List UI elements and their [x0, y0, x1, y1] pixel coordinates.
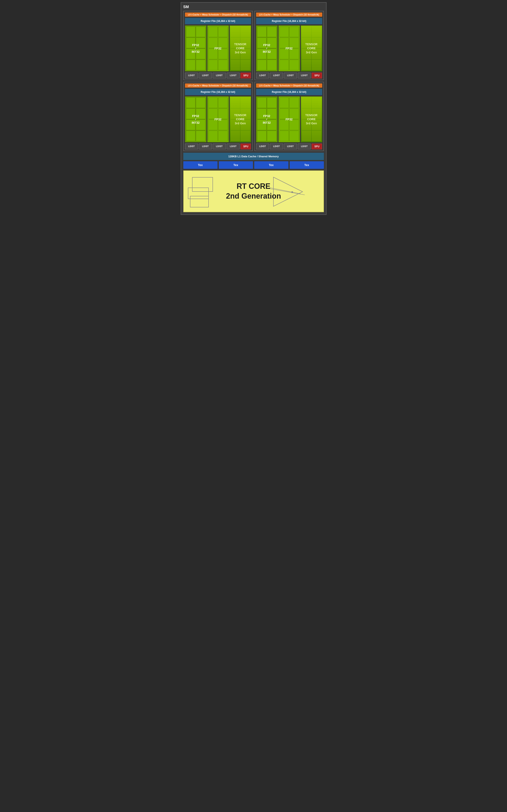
register-file-4: Register File (16,384 x 32-bit)	[256, 89, 322, 95]
sfu-4: SFU	[312, 144, 322, 149]
fp32-cell	[208, 26, 218, 37]
tensor-grid-overlay	[230, 26, 251, 71]
quadrants-grid: L0 i-Cache + Warp Scheduler + Dispatch (…	[183, 11, 324, 151]
fp32-cell	[289, 60, 299, 70]
fp32-cell	[289, 38, 299, 48]
tensor-core-4: TENSORCORE3rd Gen	[301, 96, 322, 142]
fp32-block-4: FP32	[278, 96, 300, 142]
register-file-3: Register File (16,384 x 32-bit)	[185, 89, 251, 95]
bottom-units-4: LD/ST LD/ST LD/ST LD/ST SFU	[256, 144, 322, 149]
tex-unit-4: Tex	[290, 161, 324, 169]
tensor-grid-overlay-3	[230, 97, 251, 142]
fp32-cell	[208, 38, 218, 48]
fp32-cell	[267, 130, 277, 141]
fp32-cell	[208, 108, 218, 119]
quadrant-3: L0 i-Cache + Warp Scheduler + Dispatch (…	[183, 82, 253, 151]
fp32-cell	[267, 97, 277, 108]
l0-cache-bar-4: L0 i-Cache + Warp Scheduler + Dispatch (…	[256, 84, 322, 88]
fp32-cell	[289, 108, 299, 119]
l1-cache-bar: 128KB L1 Data Cache / Shared Memory	[183, 153, 324, 160]
fp32-cell	[267, 49, 277, 59]
bottom-units-2: LD/ST LD/ST LD/ST LD/ST SFU	[256, 72, 322, 78]
ldst-6: LD/ST	[270, 72, 283, 78]
ldst-7: LD/ST	[284, 72, 297, 78]
fp32-cell	[289, 97, 299, 108]
sm-container: SM L0 i-Cache + Warp Scheduler + Dispatc…	[181, 2, 327, 215]
fp32-int32-block-4: FP32/INT32	[256, 96, 278, 142]
ldst-14: LD/ST	[270, 144, 283, 149]
l0-cache-bar-3: L0 i-Cache + Warp Scheduler + Dispatch (…	[185, 84, 251, 88]
tensor-grid-overlay-2	[301, 26, 322, 71]
compute-area-3: FP32/INT32 FP32	[185, 96, 251, 142]
fp32-cell	[196, 38, 206, 48]
ldst-3: LD/ST	[213, 72, 226, 78]
fp32-block-2: FP32	[278, 25, 300, 71]
sfu-2: SFU	[312, 72, 322, 78]
fp32-cell	[279, 108, 289, 119]
fp32-cell	[196, 60, 206, 70]
fp32-cell	[196, 108, 206, 119]
fp32-int32-block-3: FP32/INT32	[185, 96, 207, 142]
sfu-1: SFU	[240, 72, 251, 78]
fp32-cell	[257, 97, 267, 108]
tex-row: Tex Tex Tex Tex	[183, 161, 324, 169]
fp32-block-3: FP32	[207, 96, 229, 142]
compute-area-1: FP32/INT32 FP32	[185, 25, 251, 71]
l0-cache-bar-1: L0 i-Cache + Warp Scheduler + Dispatch (…	[185, 12, 251, 17]
fp32-cell	[186, 26, 195, 37]
fp32-cell	[218, 97, 228, 108]
ldst-2: LD/ST	[199, 72, 212, 78]
compute-area-4: FP32/INT32 FP32	[256, 96, 322, 142]
bottom-units-3: LD/ST LD/ST LD/ST LD/ST SFU	[185, 144, 251, 149]
fp32-cell	[218, 60, 228, 70]
tensor-core-1: TENSORCORE3rd Gen	[230, 25, 251, 71]
sfu-3: SFU	[240, 144, 251, 149]
fp32-cell	[279, 130, 289, 141]
fp32-cell	[279, 119, 289, 130]
fp32-cell	[257, 130, 267, 141]
fp32-cell	[208, 49, 218, 59]
fp32-cell	[186, 130, 195, 141]
register-file-2: Register File (16,384 x 32-bit)	[256, 18, 322, 24]
fp32-cell	[289, 49, 299, 59]
quadrant-2: L0 i-Cache + Warp Scheduler + Dispatch (…	[255, 11, 324, 80]
fp32-cell	[186, 108, 195, 119]
tex-unit-3: Tex	[254, 161, 288, 169]
fp32-cell	[186, 119, 195, 130]
fp32-cell	[267, 119, 277, 130]
fp32-cell	[289, 119, 299, 130]
fp32-int32-block-1: FP32/INT32	[185, 25, 207, 71]
fp32-cell	[257, 60, 267, 70]
fp32-int32-block-2: FP32/INT32	[256, 25, 278, 71]
fp32-cell	[279, 97, 289, 108]
tensor-core-3: TENSORCORE3rd Gen	[230, 96, 251, 142]
l0-cache-bar-2: L0 i-Cache + Warp Scheduler + Dispatch (…	[256, 12, 322, 17]
fp32-cell	[257, 38, 267, 48]
fp32-cell	[257, 119, 267, 130]
fp32-cell	[196, 26, 206, 37]
fp32-cell	[279, 60, 289, 70]
fp32-cell	[196, 130, 206, 141]
ldst-10: LD/ST	[199, 144, 212, 149]
fp32-cell	[196, 119, 206, 130]
bottom-units-1: LD/ST LD/ST LD/ST LD/ST SFU	[185, 72, 251, 78]
fp32-cell	[186, 49, 195, 59]
tensor-core-2: TENSORCORE3rd Gen	[301, 25, 322, 71]
fp32-cell	[218, 108, 228, 119]
ldst-8: LD/ST	[298, 72, 311, 78]
fp32-cell	[218, 26, 228, 37]
fp32-cell	[257, 26, 267, 37]
fp32-cell	[208, 97, 218, 108]
quadrant-1: L0 i-Cache + Warp Scheduler + Dispatch (…	[183, 11, 253, 80]
fp32-cell	[257, 108, 267, 119]
fp32-cell	[196, 97, 206, 108]
fp32-cell	[289, 26, 299, 37]
fp32-cell	[267, 60, 277, 70]
svg-point-3	[291, 191, 293, 193]
rt-core-label: RT CORE 2nd Generation	[226, 181, 281, 201]
ldst-9: LD/ST	[185, 144, 198, 149]
fp32-cell	[208, 60, 218, 70]
fp32-block-1: FP32	[207, 25, 229, 71]
fp32-cell	[196, 49, 206, 59]
quadrant-4: L0 i-Cache + Warp Scheduler + Dispatch (…	[255, 82, 324, 151]
